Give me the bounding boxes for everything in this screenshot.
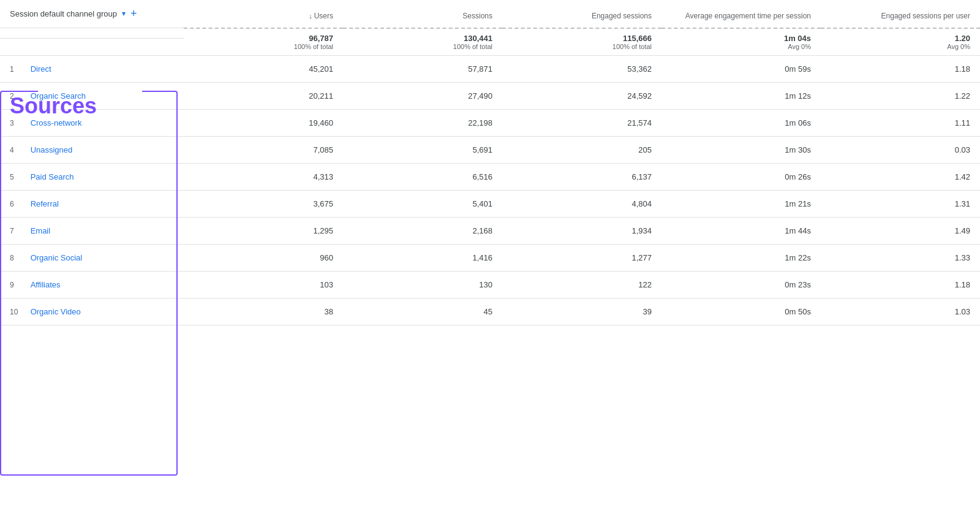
row-label[interactable]: Referral xyxy=(31,199,59,208)
engaged-sessions-cell: 122 xyxy=(502,271,662,298)
row-label[interactable]: Affiliates xyxy=(31,280,61,289)
engaged-sessions-cell: 1,277 xyxy=(502,244,662,271)
users-header[interactable]: ↓Users xyxy=(184,0,343,28)
sessions-cell: 45 xyxy=(343,298,502,325)
engaged-per-user-cell: 1.18 xyxy=(821,56,980,83)
engaged-sessions-cell: 205 xyxy=(502,136,662,163)
dim-cell[interactable]: 8 Organic Social xyxy=(0,244,184,271)
table-row: 1 Direct 45,201 57,871 53,362 0m 59s 1.1… xyxy=(0,56,980,83)
engaged-sessions-header[interactable]: Engaged sessions xyxy=(502,0,662,28)
dim-cell[interactable]: 10 Organic Video xyxy=(0,298,184,325)
avg-engagement-cell: 0m 23s xyxy=(662,271,821,298)
avg-engagement-cell: 1m 30s xyxy=(662,136,821,163)
avg-engagement-cell: 1m 21s xyxy=(662,190,821,217)
engaged-per-user-cell: 1.31 xyxy=(821,190,980,217)
table-row: 10 Organic Video 38 45 39 0m 50s 1.03 xyxy=(0,298,980,325)
dimension-header: Session default channel group ▾ + xyxy=(0,0,184,28)
engaged-per-user-cell: 1.11 xyxy=(821,109,980,136)
dimension-header-text: Session default channel group xyxy=(10,9,117,20)
users-cell: 7,085 xyxy=(184,136,343,163)
avg-engagement-header[interactable]: Average engagement time per session xyxy=(662,0,821,28)
dim-cell[interactable]: 9 Affiliates xyxy=(0,271,184,298)
engaged-sessions-cell: 53,362 xyxy=(502,56,662,83)
engaged-per-user-cell: 1.22 xyxy=(821,82,980,109)
engaged-sessions-cell: 24,592 xyxy=(502,82,662,109)
row-label[interactable]: Cross-network xyxy=(31,118,82,127)
users-cell: 19,460 xyxy=(184,109,343,136)
table-row: 8 Organic Social 960 1,416 1,277 1m 22s … xyxy=(0,244,980,271)
users-cell: 38 xyxy=(184,298,343,325)
avg-engagement-cell: 1m 44s xyxy=(662,217,821,244)
users-cell: 4,313 xyxy=(184,163,343,190)
row-number: 4 xyxy=(10,146,21,154)
sessions-header[interactable]: Sessions xyxy=(343,0,502,28)
engaged-sessions-cell: 4,804 xyxy=(502,190,662,217)
avg-engagement-cell: 0m 59s xyxy=(662,56,821,83)
engaged-per-user-header[interactable]: Engaged sessions per user xyxy=(821,0,980,28)
table-row: 9 Affiliates 103 130 122 0m 23s 1.18 xyxy=(0,271,980,298)
table-container: Sources Session default channel group ▾ … xyxy=(0,0,980,532)
totals-engaged-sessions: 115,666 100% of total xyxy=(502,28,662,56)
dim-cell[interactable]: 7 Email xyxy=(0,217,184,244)
row-number: 7 xyxy=(10,227,21,235)
avg-engagement-cell: 1m 22s xyxy=(662,244,821,271)
row-number: 8 xyxy=(10,254,21,262)
users-cell: 45,201 xyxy=(184,56,343,83)
dim-cell[interactable]: 4 Unassigned xyxy=(0,136,184,163)
avg-engagement-cell: 1m 06s xyxy=(662,109,821,136)
add-dimension-button[interactable]: + xyxy=(130,6,137,21)
users-cell: 20,211 xyxy=(184,82,343,109)
table-row: 6 Referral 3,675 5,401 4,804 1m 21s 1.31 xyxy=(0,190,980,217)
row-label[interactable]: Unassigned xyxy=(31,145,73,154)
data-table: Session default channel group ▾ + ↓Users… xyxy=(0,0,980,56)
sessions-cell: 2,168 xyxy=(343,217,502,244)
users-cell: 960 xyxy=(184,244,343,271)
engaged-per-user-cell: 1.42 xyxy=(821,163,980,190)
table-row: 7 Email 1,295 2,168 1,934 1m 44s 1.49 xyxy=(0,217,980,244)
engaged-per-user-cell: 1.18 xyxy=(821,271,980,298)
dim-cell[interactable]: 5 Paid Search xyxy=(0,163,184,190)
totals-row: 96,787 100% of total 130,441 100% of tot… xyxy=(0,28,980,56)
avg-engagement-cell: 0m 50s xyxy=(662,298,821,325)
engaged-per-user-cell: 1.03 xyxy=(821,298,980,325)
dim-cell[interactable]: 2 Organic Search xyxy=(0,82,184,109)
sessions-cell: 1,416 xyxy=(343,244,502,271)
avg-engagement-cell: 1m 12s xyxy=(662,82,821,109)
engaged-per-user-cell: 0.03 xyxy=(821,136,980,163)
row-label[interactable]: Direct xyxy=(31,64,51,74)
totals-sessions: 130,441 100% of total xyxy=(343,28,502,56)
totals-avg-engagement: 1m 04s Avg 0% xyxy=(662,28,821,56)
row-label[interactable]: Organic Video xyxy=(31,307,81,316)
table-body: 1 Direct 45,201 57,871 53,362 0m 59s 1.1… xyxy=(0,56,980,325)
table-row: 4 Unassigned 7,085 5,691 205 1m 30s 0.03 xyxy=(0,136,980,163)
row-number: 10 xyxy=(10,308,21,316)
engaged-sessions-cell: 39 xyxy=(502,298,662,325)
row-number: 6 xyxy=(10,200,21,208)
row-number: 9 xyxy=(10,281,21,289)
table-row: 3 Cross-network 19,460 22,198 21,574 1m … xyxy=(0,109,980,136)
table-row: 2 Organic Search 20,211 27,490 24,592 1m… xyxy=(0,82,980,109)
dim-cell[interactable]: 1 Direct xyxy=(0,56,184,83)
row-label[interactable]: Paid Search xyxy=(31,172,74,181)
dim-cell[interactable]: 6 Referral xyxy=(0,190,184,217)
users-cell: 3,675 xyxy=(184,190,343,217)
header-row: Session default channel group ▾ + ↓Users… xyxy=(0,0,980,28)
sessions-cell: 22,198 xyxy=(343,109,502,136)
totals-dim-cell xyxy=(0,28,184,39)
dimension-dropdown-icon[interactable]: ▾ xyxy=(122,9,126,19)
row-number: 1 xyxy=(10,65,21,74)
row-label[interactable]: Organic Social xyxy=(31,253,83,262)
engaged-per-user-cell: 1.33 xyxy=(821,244,980,271)
engaged-per-user-cell: 1.49 xyxy=(821,217,980,244)
row-label[interactable]: Organic Search xyxy=(31,91,86,101)
sessions-cell: 5,691 xyxy=(343,136,502,163)
sessions-cell: 27,490 xyxy=(343,82,502,109)
sort-arrow-icon: ↓ xyxy=(309,12,312,20)
row-label[interactable]: Email xyxy=(31,226,51,235)
dim-cell[interactable]: 3 Cross-network xyxy=(0,109,184,136)
row-number: 3 xyxy=(10,119,21,127)
data-rows-table: 1 Direct 45,201 57,871 53,362 0m 59s 1.1… xyxy=(0,56,980,325)
totals-engaged-per-user: 1.20 Avg 0% xyxy=(821,28,980,56)
sessions-cell: 5,401 xyxy=(343,190,502,217)
totals-users: 96,787 100% of total xyxy=(184,28,343,56)
